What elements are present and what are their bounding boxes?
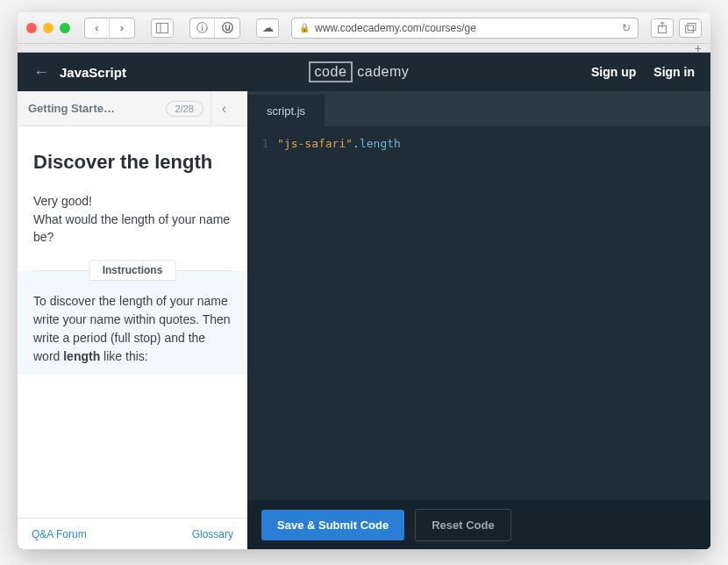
content-area: Getting Starte… 2/28 ‹ Discover the leng… <box>18 91 710 549</box>
maximize-icon[interactable] <box>60 23 70 33</box>
browser-titlebar: ‹ › ⓘ ⓤ ☁ 🔒 www.codecademy.com/courses/g… <box>18 12 710 44</box>
code-dot: . <box>353 137 360 150</box>
new-tab-button[interactable]: + <box>695 41 702 55</box>
file-tab[interactable]: script.js <box>247 95 325 126</box>
close-icon[interactable] <box>26 23 37 33</box>
sidebar-toggle-icon[interactable] <box>151 18 174 38</box>
reload-icon[interactable]: ↻ <box>622 22 631 34</box>
lesson-line1: Very good! <box>33 192 232 210</box>
signup-link[interactable]: Sign up <box>591 65 636 79</box>
code-prop: length <box>360 137 401 150</box>
lesson-sidebar: Getting Starte… 2/28 ‹ Discover the leng… <box>18 91 247 549</box>
minimize-icon[interactable] <box>43 23 54 33</box>
adblock-icon[interactable]: ⓤ <box>215 18 239 38</box>
sidebar-footer: Q&A Forum Glossary <box>18 518 247 549</box>
tabs-icon[interactable] <box>679 18 702 38</box>
app-root: ← JavaScript code cademy Sign up Sign in… <box>18 53 710 549</box>
url-text: www.codecademy.com/courses/ge <box>315 22 476 34</box>
signin-link[interactable]: Sign in <box>653 65 695 79</box>
brand-left: code <box>309 61 353 82</box>
section-name[interactable]: Getting Starte… <box>28 102 159 115</box>
lesson-text: Very good! What would the length of your… <box>33 192 232 246</box>
share-icon[interactable] <box>651 18 674 38</box>
svg-rect-4 <box>685 25 693 32</box>
browser-window: ‹ › ⓘ ⓤ ☁ 🔒 www.codecademy.com/courses/g… <box>18 12 710 549</box>
brand-logo[interactable]: code cademy <box>126 61 591 82</box>
back-button[interactable]: ‹ <box>85 18 110 38</box>
lock-icon: 🔒 <box>299 23 310 32</box>
code-string: "js-safari" <box>277 137 353 150</box>
lesson-bar: Getting Starte… 2/28 ‹ <box>18 91 247 126</box>
tab-strip: + <box>18 44 710 53</box>
instructions-bold: length <box>63 349 100 363</box>
svg-rect-0 <box>157 23 168 32</box>
url-bar[interactable]: 🔒 www.codecademy.com/courses/ge ↻ <box>291 18 639 39</box>
brand-right: cademy <box>353 64 409 80</box>
glossary-link[interactable]: Glossary <box>192 528 233 540</box>
lesson-line2: What would the length of your name be? <box>33 211 232 247</box>
forward-button[interactable]: › <box>110 18 134 38</box>
lesson-body: Discover the length Very good! What woul… <box>18 126 247 518</box>
nav-back-forward: ‹ › <box>84 18 135 39</box>
cloud-icon[interactable]: ☁ <box>256 18 279 38</box>
app-header: ← JavaScript code cademy Sign up Sign in <box>18 53 710 91</box>
prev-lesson-button[interactable]: ‹ <box>211 91 237 125</box>
submit-button[interactable]: Save & Submit Code <box>261 510 404 540</box>
course-title: JavaScript <box>60 65 126 80</box>
file-tab-row: script.js <box>247 91 710 126</box>
instructions-post: like this: <box>100 349 147 363</box>
auth-links: Sign up Sign in <box>591 65 695 79</box>
editor-pane: script.js 1 "js-safari".length Save & Su… <box>247 91 710 549</box>
back-arrow-icon[interactable]: ← <box>33 63 49 82</box>
instructions-section: Instructions To discover the length of y… <box>33 270 232 375</box>
reset-button[interactable]: Reset Code <box>415 509 511 541</box>
window-controls <box>26 23 70 33</box>
instructions-body: To discover the length of your name writ… <box>18 271 247 375</box>
progress-pill[interactable]: 2/28 <box>166 101 203 117</box>
code-line: 1 "js-safari".length <box>247 137 710 150</box>
code-editor[interactable]: 1 "js-safari".length <box>247 126 710 500</box>
instructions-tab-label: Instructions <box>89 260 176 281</box>
info-icon[interactable]: ⓘ <box>190 18 215 38</box>
qa-forum-link[interactable]: Q&A Forum <box>32 528 87 540</box>
code-content[interactable]: "js-safari".length <box>277 137 401 150</box>
svg-rect-5 <box>688 23 696 30</box>
line-number: 1 <box>247 137 277 150</box>
toolbar-group: ⓘ ⓤ <box>189 18 240 39</box>
editor-footer: Save & Submit Code Reset Code <box>247 500 710 549</box>
lesson-title: Discover the length <box>33 151 232 173</box>
